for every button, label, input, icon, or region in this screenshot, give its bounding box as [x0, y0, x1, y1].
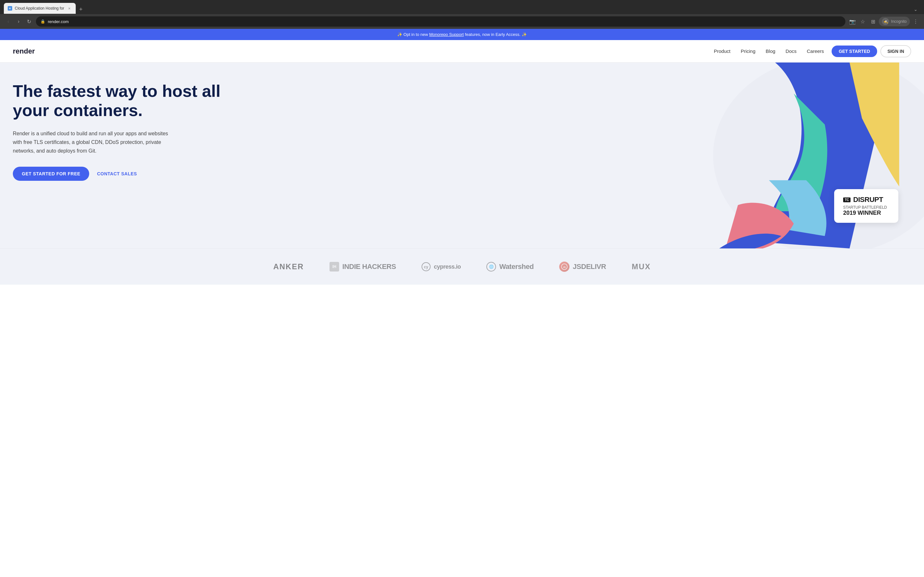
hero-section: The fastest way to host all your contain…	[0, 63, 924, 248]
svg-text:cy: cy	[424, 265, 428, 269]
camera-off-button[interactable]: 📷	[848, 17, 857, 26]
hero-content: The fastest way to host all your contain…	[13, 82, 221, 181]
hero-headline: The fastest way to host all your contain…	[13, 82, 221, 120]
logos-section: ANKER IH INDIE HACKERS cy cypress.io 🌐 W…	[0, 248, 924, 285]
profile-button[interactable]: ⊞	[869, 17, 877, 26]
svg-text:JS: JS	[563, 266, 566, 268]
watershed-globe-icon: 🌐	[486, 262, 496, 271]
logo-anker: ANKER	[273, 262, 304, 271]
jsdelivr-inner-icon: JS	[561, 263, 567, 270]
disrupt-winner: 2019 WINNER	[843, 210, 889, 216]
nav-links: Product Pricing Blog Docs Careers	[714, 48, 824, 54]
monorepo-link[interactable]: Monorepo Support	[429, 32, 464, 37]
site-nav: render Product Pricing Blog Docs Careers…	[0, 40, 924, 63]
hero-contact-sales-link[interactable]: CONTACT SALES	[97, 171, 137, 176]
tab-close-button[interactable]: ✕	[67, 6, 72, 11]
incognito-label: Incognito	[891, 19, 907, 24]
nav-link-blog[interactable]: Blog	[766, 48, 775, 54]
reload-button[interactable]: ↻	[24, 17, 33, 26]
watershed-text: Watershed	[499, 263, 533, 271]
incognito-icon: 🕵	[882, 18, 889, 25]
tab-menu-button[interactable]: ⌄	[911, 5, 920, 14]
hero-description: Render is a unified cloud to build and r…	[13, 129, 173, 155]
announcement-banner: ✨ Opt in to new Monorepo Support feature…	[0, 29, 924, 40]
tc-logo: TC	[843, 197, 851, 202]
disrupt-header: TC DISRUPT	[843, 195, 889, 204]
nav-buttons: ‹ › ↻	[4, 17, 33, 26]
tab-title: Cloud Application Hosting for	[15, 6, 64, 11]
tab-favicon: R	[8, 6, 12, 11]
nav-sign-in-button[interactable]: SIGN IN	[880, 45, 911, 57]
nav-link-careers[interactable]: Careers	[807, 48, 824, 54]
address-bar-row: ‹ › ↻ 🔒 render.com 📷 ☆ ⊞ 🕵 Incognito ⋮	[0, 14, 924, 29]
logos-row: ANKER IH INDIE HACKERS cy cypress.io 🌐 W…	[13, 261, 911, 272]
hero-get-started-button[interactable]: GET STARTED FOR FREE	[13, 167, 89, 181]
cypress-icon: cy	[422, 262, 431, 271]
nav-link-pricing[interactable]: Pricing	[741, 48, 756, 54]
tab-bar: R Cloud Application Hosting for ✕ + ⌄	[4, 3, 920, 14]
bookmark-button[interactable]: ☆	[858, 17, 867, 26]
nav-link-product[interactable]: Product	[714, 48, 730, 54]
jsdelivr-text: JSDELIVR	[573, 263, 606, 271]
address-right-buttons: 📷 ☆ ⊞ 🕵 Incognito ⋮	[848, 17, 920, 26]
menu-button[interactable]: ⋮	[911, 17, 920, 26]
forward-button[interactable]: ›	[14, 17, 23, 26]
indie-hackers-text: INDIE HACKERS	[342, 263, 396, 271]
jsdelivr-icon: JS	[559, 261, 569, 272]
new-tab-button[interactable]: +	[76, 5, 86, 14]
cypress-text: cypress.io	[434, 263, 461, 270]
announcement-text-prefix: ✨ Opt in to new	[397, 32, 429, 37]
active-tab[interactable]: R Cloud Application Hosting for ✕	[4, 3, 76, 14]
indie-hackers-icon: IH	[330, 262, 339, 271]
nav-link-docs[interactable]: Docs	[786, 48, 796, 54]
incognito-badge: 🕵 Incognito	[879, 17, 910, 26]
address-text: render.com	[48, 19, 841, 24]
disrupt-badge: TC DISRUPT STARTUP BATTLEFIELD 2019 WINN…	[834, 189, 898, 223]
logo-cypress: cy cypress.io	[422, 262, 461, 271]
announcement-text-suffix: features, now in Early Access. ✨	[464, 32, 527, 37]
anker-logo-text: ANKER	[273, 262, 304, 271]
logo-watershed: 🌐 Watershed	[486, 262, 533, 271]
nav-get-started-button[interactable]: GET STARTED	[832, 45, 877, 57]
browser-chrome: R Cloud Application Hosting for ✕ + ⌄	[0, 0, 924, 14]
logo-jsdelivr: JS JSDELIVR	[559, 261, 606, 272]
disrupt-title: DISRUPT	[853, 195, 883, 204]
address-field[interactable]: 🔒 render.com	[36, 16, 845, 27]
tab-extra-controls: ⌄	[911, 5, 920, 14]
hero-buttons: GET STARTED FOR FREE CONTACT SALES	[13, 167, 221, 181]
logo-mux: MUX	[632, 262, 651, 271]
back-button[interactable]: ‹	[4, 17, 13, 26]
disrupt-subtitle: STARTUP BATTLEFIELD	[843, 205, 889, 210]
lock-icon: 🔒	[40, 19, 45, 24]
logo-indie-hackers: IH INDIE HACKERS	[330, 262, 396, 271]
site-logo[interactable]: render	[13, 47, 35, 55]
mux-logo-text: MUX	[632, 262, 651, 271]
